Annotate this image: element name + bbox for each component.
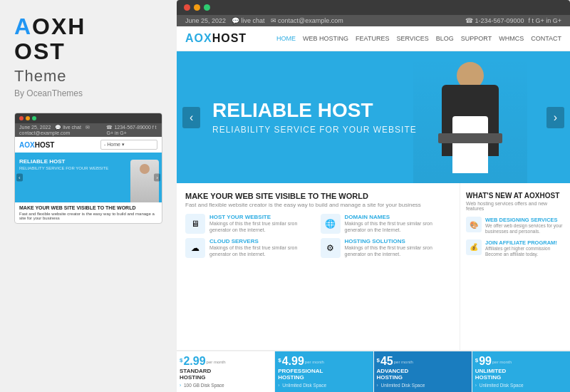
pricing-price-advanced: $ 45 per month [377, 356, 469, 367]
topbar-left: June 25, 2022 💬 live chat ✉ contact@exam… [185, 17, 343, 24]
sidebar-text-affiliate: JOIN AFFILIATE PROGRAM! Affiliates get h… [485, 239, 564, 258]
sidebar-icon-affiliate: 💰 [466, 239, 482, 255]
hero-arrow-right[interactable]: › [546, 107, 564, 128]
per-standard: per month [207, 360, 226, 364]
pricing-plan-unlimited: $ 99 per month UNLIMITEDHOSTING Unlimite… [472, 351, 570, 392]
mini-logo: AOXHOST [19, 141, 54, 149]
amount-unlimited: 99 [479, 356, 492, 367]
hero-arrow-left[interactable]: ‹ [182, 107, 200, 128]
plan-feature-professional: Unlimited Disk Space [278, 383, 370, 388]
pricing-price-unlimited: $ 99 per month [475, 356, 567, 367]
per-professional: per month [305, 360, 324, 364]
amount-professional: 4.99 [282, 356, 304, 367]
hero-subtitle: RELIABILITY SERVICE FOR YOUR WEBSITE [212, 125, 417, 135]
feature-domain-names: 🌐 DOMAIN NAMES Makings of this the first… [321, 214, 452, 234]
sidebar-title-affiliate: JOIN AFFILIATE PROGRAM! [485, 239, 564, 246]
feature-title-domain: DOMAIN NAMES [345, 214, 452, 220]
dollar-professional: $ [278, 357, 281, 363]
feature-text-cloud: CLOUD SERVERS Makings of this the first … [209, 238, 316, 257]
feature-cloud-servers: ☁ CLOUD SERVERS Makings of this the firs… [185, 238, 316, 258]
topbar-social: f t G+ in G+ [528, 17, 561, 24]
features-grid: 🖥 HOST YOUR WEBSITE Makings of this the … [185, 214, 451, 258]
sidebar-desc-affiliate: Affiliates get higher commission Become … [485, 246, 564, 258]
main-nav: HOME WEB HOSTING FEATURES SERVICES BLOG … [276, 35, 561, 42]
pricing-plan-advanced: $ 45 per month ADVANCEDHOSTING Unlimited… [374, 351, 472, 392]
topbar-phone: ☎ 1-234-567-09000 [465, 17, 524, 24]
dollar-unlimited: $ [475, 357, 478, 363]
mini-logo-aox: AOX [19, 141, 35, 149]
main-browser-bar [177, 0, 570, 15]
nav-support[interactable]: SUPPORT [461, 35, 492, 42]
sidebar-item-web-design: 🎨 WEB DESIGNING SERVICES We offer web de… [466, 217, 564, 235]
nav-features[interactable]: FEATURES [356, 35, 389, 42]
mini-content-title: MAKE YOUR WEB SITE VISIBLE TO THE WORLD [19, 205, 157, 210]
feature-icon-host: 🖥 [185, 214, 205, 234]
pricing-plan-standard: $ 2.99 per month STANDARDHOSTING 100 GB … [177, 351, 275, 392]
feature-title-solutions: HOSTING SOLUTIONS [345, 238, 452, 244]
main-dot-green [204, 4, 210, 11]
amount-standard: 2.99 [183, 356, 205, 367]
header: AOXHOST HOME WEB HOSTING FEATURES SERVIC… [177, 26, 570, 51]
main-dot-red [184, 4, 190, 11]
per-unlimited: per month [492, 360, 512, 364]
sidebar-desc-web-design: We offer web design services for your bu… [485, 223, 564, 235]
mini-arrow-left[interactable]: ‹ [16, 174, 23, 182]
mini-content-desc: Fast and flexible website creator is the… [19, 212, 157, 220]
nav-whmcs[interactable]: WHMCS [499, 35, 524, 42]
person-body [442, 85, 499, 156]
content-main: MAKE YOUR WEB SITE VISIBLE TO THE WORLD … [177, 183, 460, 350]
feature-desc-cloud: Makings of this the first true similar s… [209, 244, 316, 257]
feature-host-website: 🖥 HOST YOUR WEBSITE Makings of this the … [185, 214, 316, 234]
feature-desc-domain: Makings of this the first true similar s… [345, 220, 452, 233]
feature-title-cloud: CLOUD SERVERS [209, 238, 316, 244]
hero-title: RELIABLE HOST [212, 100, 417, 122]
feature-desc-solutions: Makings of this the first true similar s… [345, 244, 452, 257]
brand-title: AOXHOST [14, 14, 162, 64]
mini-browser-preview: June 25, 2022 💬 live chat ✉ contact@exam… [14, 113, 162, 224]
content-area: MAKE YOUR WEB SITE VISIBLE TO THE WORLD … [177, 183, 570, 350]
mini-arrow-right[interactable]: › [154, 174, 160, 182]
feature-text-solutions: HOSTING SOLUTIONS Makings of this the fi… [345, 238, 452, 257]
nav-contact[interactable]: CONTACT [531, 35, 561, 42]
hero-person-illustration [413, 55, 527, 183]
feature-icon-cloud: ☁ [185, 238, 205, 258]
plan-name-standard: STANDARDHOSTING [180, 368, 271, 381]
pricing-plan-professional: $ 4.99 per month PROFESSIONALHOSTING Unl… [275, 351, 373, 392]
plan-name-professional: PROFESSIONALHOSTING [278, 368, 370, 381]
nav-webhosting[interactable]: WEB HOSTING [303, 35, 348, 42]
mini-header: AOXHOST - Home ▾ [15, 137, 162, 153]
nav-blog[interactable]: BLOG [436, 35, 454, 42]
site-logo: AOXHOST [185, 32, 247, 45]
feature-text-host: HOST YOUR WEBSITE Makings of this the fi… [209, 214, 316, 233]
plan-name-unlimited: UNLIMITEDHOSTING [475, 368, 567, 381]
feature-desc-host: Makings of this the first true similar s… [209, 220, 316, 233]
brand-a: A [14, 14, 32, 39]
nav-services[interactable]: SERVICES [396, 35, 428, 42]
feature-icon-solutions: ⚙ [321, 238, 341, 258]
pricing-price-professional: $ 4.99 per month [278, 356, 370, 367]
hero-text: RELIABLE HOST RELIABILITY SERVICE FOR YO… [212, 100, 417, 135]
mini-dot-red [19, 116, 24, 120]
plan-feature-unlimited: Unlimited Disk Space [475, 383, 567, 388]
nav-home[interactable]: HOME [276, 35, 296, 42]
mini-hero: ‹ RELIABLE HOST RELIABILITY SERVICE FOR … [15, 153, 162, 202]
feature-title-host: HOST YOUR WEBSITE [209, 214, 316, 220]
dollar-standard: $ [180, 357, 182, 363]
person-shirt [452, 116, 488, 173]
mini-nav-dropdown[interactable]: - Home ▾ [100, 140, 157, 150]
topbar-email: ✉ contact@example.com [271, 17, 343, 24]
mini-browser-bar [15, 113, 162, 123]
main-browser: June 25, 2022 💬 live chat ✉ contact@exam… [177, 0, 570, 392]
mini-topbar: June 25, 2022 💬 live chat ✉ contact@exam… [15, 123, 162, 137]
sidebar-item-affiliate: 💰 JOIN AFFILIATE PROGRAM! Affiliates get… [466, 239, 564, 258]
topbar-chat: 💬 live chat [232, 17, 265, 24]
feature-hosting-solutions: ⚙ HOSTING SOLUTIONS Makings of this the … [321, 238, 452, 258]
hero-figure [413, 55, 527, 183]
topbar: June 25, 2022 💬 live chat ✉ contact@exam… [177, 15, 570, 26]
left-panel: AOXHOST Theme By OceanThemes June 25, 20… [0, 0, 177, 392]
mini-dot-yellow [26, 116, 30, 120]
sidebar-title-web-design: WEB DESIGNING SERVICES [485, 217, 564, 223]
main-dot-yellow [194, 4, 200, 11]
dollar-advanced: $ [377, 357, 380, 363]
mini-content: MAKE YOUR WEB SITE VISIBLE TO THE WORLD … [15, 202, 162, 223]
